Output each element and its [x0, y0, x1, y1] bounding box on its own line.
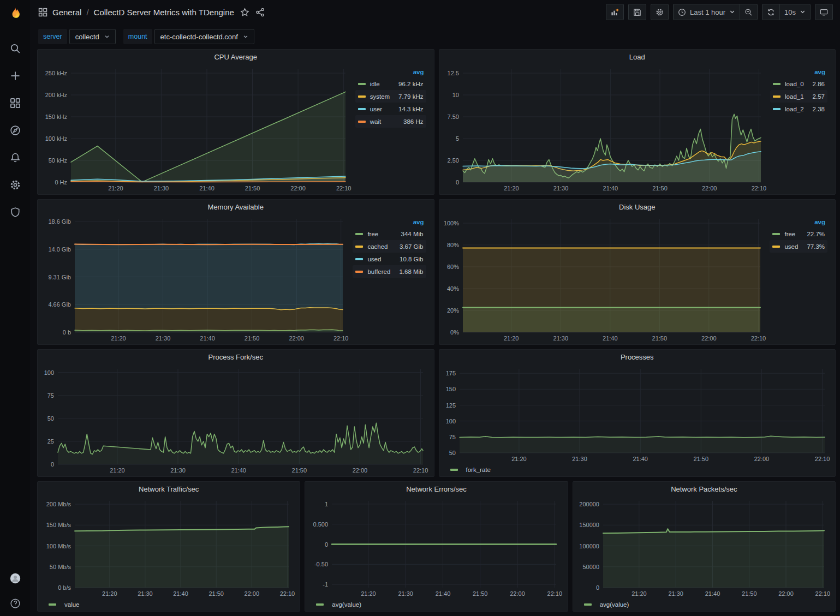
add-panel-button[interactable]	[606, 4, 624, 20]
memory-available-chart[interactable]: 0 b4.66 Gib9.31 Gib14.0 Gib18.6 Gib21:20…	[40, 214, 350, 343]
panel-title[interactable]: Processes	[439, 350, 836, 364]
legend-item[interactable]: load_22.38	[770, 103, 827, 115]
legend-item[interactable]: free22.7%	[770, 228, 827, 240]
legend-avg-header[interactable]: avg	[770, 217, 827, 228]
dashboard-title[interactable]: CollectD Server Metrics with TDengine	[94, 8, 234, 17]
share-icon[interactable]	[255, 8, 265, 17]
server-admin-shield-icon[interactable]	[9, 206, 21, 218]
panel-title[interactable]: Disk Usage	[439, 200, 836, 214]
legend-series-value: 386 Hz	[403, 118, 423, 125]
svg-text:21:40: 21:40	[200, 335, 215, 342]
panel-title[interactable]: Network Packets/sec	[573, 482, 835, 497]
create-plus-icon[interactable]	[9, 70, 21, 82]
save-dashboard-button[interactable]	[628, 4, 646, 20]
panel-title[interactable]: Network Traffic/sec	[38, 482, 300, 497]
time-range-picker[interactable]: Last 1 hour	[673, 4, 740, 20]
network-errors-chart[interactable]: -1-0.5000.500121:2021:3021:4021:5022:002…	[307, 497, 564, 599]
cpu-average-chart[interactable]: 0 Hz50 kHz100 kHz150 kHz200 kHz250 kHz21…	[40, 64, 353, 193]
panel-title[interactable]: Network Errors/sec	[305, 482, 567, 497]
legend-item[interactable]: value	[49, 601, 80, 608]
svg-text:2.50: 2.50	[447, 157, 458, 164]
legend-series-label: load_2	[785, 106, 804, 112]
network-traffic-chart[interactable]: 0 b/s50 Mb/s100 Mb/s150 Mb/s200 Mb/s21:2…	[40, 497, 296, 599]
svg-text:21:20: 21:20	[111, 335, 126, 342]
legend-item[interactable]: avg(value)	[584, 601, 629, 608]
panel-title[interactable]: CPU Average	[38, 50, 434, 64]
legend-series-color	[358, 95, 366, 98]
legend-item[interactable]: cached3.67 Gib	[353, 240, 426, 253]
refresh-interval-picker[interactable]: 10s	[779, 4, 811, 20]
legend-item[interactable]: free344 Mib	[353, 228, 426, 240]
search-icon[interactable]	[9, 43, 21, 55]
refresh-interval-label: 10s	[784, 8, 796, 16]
variable-mount-picker[interactable]: etc-collectd-collectd.conf	[154, 29, 254, 44]
variables-bar: server collectd mount etc-collectd-colle…	[30, 24, 840, 49]
chart-canvas: 0%20%40%60%80%100%21:2021:3021:4021:5022…	[442, 214, 768, 343]
cycle-view-mode-button[interactable]	[815, 4, 833, 20]
network-packets-chart[interactable]: 05000010000015000020000021:2021:3021:402…	[575, 497, 832, 599]
legend-series-value: 7.79 kHz	[398, 93, 423, 100]
load-chart[interactable]: 02.5057.501012.521:2021:3021:4021:5022:0…	[442, 64, 768, 193]
svg-text:60%: 60%	[446, 264, 458, 270]
dashboards-icon[interactable]	[9, 97, 21, 109]
breadcrumb-folder[interactable]: General	[52, 8, 81, 17]
svg-text:0 Hz: 0 Hz	[55, 179, 67, 186]
legend-item[interactable]: used10.8 Gib	[353, 253, 426, 265]
explore-compass-icon[interactable]	[9, 124, 21, 136]
panel-processes: Processes 507510012515017521:2021:3021:4…	[439, 349, 836, 477]
legend-item[interactable]: fork_rate	[450, 467, 491, 473]
legend-item[interactable]: wait386 Hz	[355, 115, 426, 128]
legend-item[interactable]: load_02.86	[770, 77, 827, 90]
disk-usage-chart[interactable]: 0%20%40%60%80%100%21:2021:3021:4021:5022…	[442, 214, 768, 343]
legend-item[interactable]: avg(value)	[316, 601, 361, 608]
user-avatar[interactable]	[9, 572, 21, 584]
legend-item[interactable]: used77.3%	[770, 240, 827, 253]
processes-chart[interactable]: 507510012515017521:2021:3021:4021:5022:0…	[442, 364, 832, 464]
configuration-gear-icon[interactable]	[9, 179, 21, 191]
dashboard-settings-button[interactable]	[651, 4, 669, 20]
sidebar-bottom	[9, 572, 21, 609]
svg-text:22:00: 22:00	[754, 456, 769, 462]
panel-network-traffic: Network Traffic/sec 0 b/s50 Mb/s100 Mb/s…	[37, 481, 300, 612]
svg-text:21:40: 21:40	[231, 467, 246, 474]
refresh-button[interactable]	[762, 4, 780, 20]
network-packets-legend: avg(value)	[575, 599, 832, 610]
panel-process-fork: Process Fork/sec 025507510021:2021:3021:…	[37, 349, 434, 477]
help-icon[interactable]	[9, 597, 21, 609]
grafana-logo-icon[interactable]	[7, 5, 23, 22]
alerting-bell-icon[interactable]	[9, 152, 21, 164]
svg-text:22:10: 22:10	[815, 590, 830, 597]
svg-text:5: 5	[455, 135, 458, 142]
legend-item[interactable]: buffered1.68 Mib	[353, 265, 426, 278]
svg-text:22:00: 22:00	[289, 335, 304, 342]
svg-text:125: 125	[445, 402, 455, 409]
panel-title[interactable]: Load	[439, 50, 836, 64]
panel-disk-usage: Disk Usage 0%20%40%60%80%100%21:2021:302…	[439, 199, 836, 345]
svg-text:22:00: 22:00	[701, 185, 717, 192]
legend-item[interactable]: user14.3 kHz	[355, 103, 426, 115]
legend-series-color	[772, 233, 780, 235]
legend-item[interactable]: system7.79 kHz	[355, 90, 426, 103]
legend-avg-header[interactable]: avg	[353, 217, 426, 228]
panel-title[interactable]: Process Fork/sec	[38, 350, 434, 364]
process-fork-chart[interactable]: 025507510021:2021:3021:4021:5022:0022:10	[40, 364, 431, 475]
svg-text:21:20: 21:20	[504, 185, 519, 192]
legend-item[interactable]: load_12.57	[770, 90, 827, 103]
svg-text:1: 1	[325, 501, 328, 507]
legend-series-label: system	[370, 93, 390, 100]
svg-text:-1: -1	[323, 581, 329, 588]
magnifier-minus-icon	[744, 8, 753, 16]
panel-title[interactable]: Memory Available	[38, 200, 434, 214]
legend-series-label: cached	[367, 243, 388, 250]
legend-avg-header[interactable]: avg	[355, 67, 426, 77]
svg-text:50000: 50000	[582, 564, 599, 570]
variable-mount: mount etc-collectd-collectd.conf	[123, 29, 254, 44]
legend-avg-header[interactable]: avg	[770, 67, 827, 77]
legend-series-label: fork_rate	[466, 467, 491, 473]
legend-item[interactable]: idle96.2 kHz	[355, 77, 426, 90]
svg-text:0: 0	[596, 584, 599, 591]
chart-canvas: 507510012515017521:2021:3021:4021:5022:0…	[442, 364, 832, 464]
zoom-out-button[interactable]	[740, 4, 758, 20]
variable-server-picker[interactable]: collectd	[69, 29, 116, 44]
star-icon[interactable]	[240, 8, 249, 17]
